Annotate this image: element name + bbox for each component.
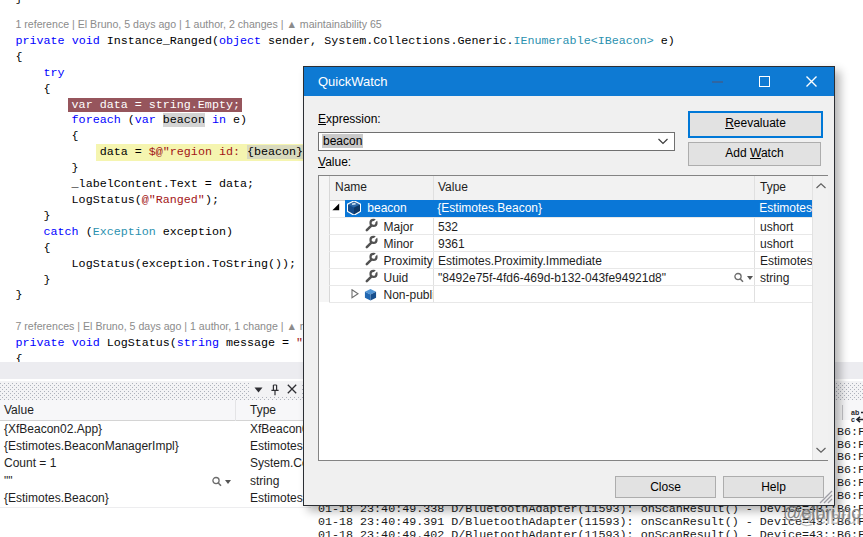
svg-text:ab: ab bbox=[851, 409, 859, 416]
svg-text:c: c bbox=[851, 416, 855, 423]
